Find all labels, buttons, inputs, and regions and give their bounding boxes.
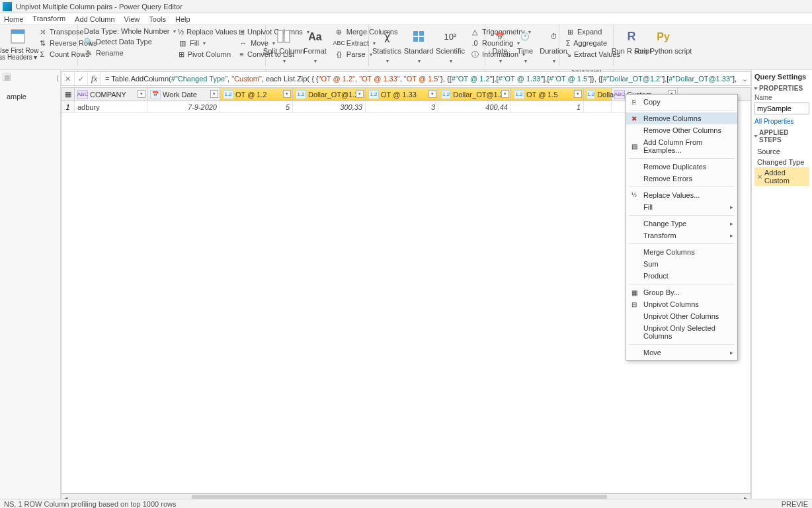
ctx-unpivot[interactable]: ⊟Unpivot Columns bbox=[626, 298, 737, 310]
cell-v5: 1 bbox=[511, 101, 584, 113]
time-button[interactable]: 🕐Time bbox=[514, 26, 536, 65]
menu-home[interactable]: Home bbox=[4, 15, 23, 23]
step-changed-type[interactable]: Changed Type bbox=[754, 157, 809, 167]
queries-pane: ⟨ ▦ ample bbox=[0, 70, 61, 499]
fx-icon[interactable]: fx bbox=[88, 72, 101, 85]
step-added-custom[interactable]: ✕Added Custom bbox=[754, 167, 809, 186]
qs-all-props-link[interactable]: All Properties bbox=[754, 118, 793, 125]
col-workdate[interactable]: 📅Work Date▾ bbox=[147, 88, 220, 101]
pivot-column-button[interactable]: ⊞Pivot Column bbox=[176, 49, 233, 60]
ribbon-group-table: Use First Rowas Headers ▾ ⤭Transpose ⇅Re… bbox=[0, 25, 78, 66]
app-icon bbox=[3, 2, 12, 11]
svg-rect-6 bbox=[413, 37, 418, 42]
col-ot133[interactable]: 1.2OT @ 1.33▾ bbox=[366, 88, 438, 101]
qs-title: Query Settings bbox=[754, 73, 809, 81]
ctx-product[interactable]: Product bbox=[626, 270, 737, 282]
ctx-sep3 bbox=[629, 187, 735, 187]
cell-v6 bbox=[584, 101, 612, 113]
qs-steps: Source Changed Type ✕Added Custom bbox=[754, 146, 809, 186]
date-button[interactable]: 📅Date bbox=[489, 26, 510, 65]
status-bar: NS, 1 ROW Column profiling based on top … bbox=[0, 499, 812, 508]
ctx-group[interactable]: ▦Group By... bbox=[626, 286, 737, 298]
fill-button[interactable]: ▥Fill bbox=[176, 38, 233, 48]
format-button[interactable]: AaFormat bbox=[302, 26, 329, 65]
ctx-sep4 bbox=[629, 215, 735, 216]
scientific-button[interactable]: 10²Scientific bbox=[436, 26, 464, 65]
col-company[interactable]: ABCCOMPANY▾ bbox=[75, 88, 147, 101]
gear-icon[interactable]: ✕ bbox=[757, 173, 762, 181]
aggregate-button[interactable]: ΣAggregate bbox=[563, 38, 609, 48]
ctx-fill[interactable]: Fill bbox=[626, 201, 737, 213]
cell-v4: 400,44 bbox=[438, 101, 511, 113]
ctx-move[interactable]: Move bbox=[626, 347, 737, 359]
run-python-button[interactable]: PyRun Python script bbox=[649, 26, 677, 56]
ctx-unpivot-sel[interactable]: Unpivot Only Selected Columns bbox=[626, 322, 737, 342]
ctx-remove-columns[interactable]: ✖Remove Columns bbox=[626, 112, 737, 124]
svg-rect-5 bbox=[419, 31, 424, 36]
ctx-sep6 bbox=[629, 284, 735, 284]
detect-data-type-button[interactable]: 🔍Detect Data Type bbox=[82, 36, 172, 47]
col-ot12[interactable]: 1.2OT @ 1.2▾ bbox=[220, 88, 293, 101]
step-source[interactable]: Source bbox=[754, 146, 809, 157]
menu-transform[interactable]: Transform bbox=[32, 15, 65, 24]
ctx-remove-err[interactable]: Remove Errors bbox=[626, 173, 737, 185]
ribbon-group-anycolumn: Data Type: Whole Number 🔍Detect Data Typ… bbox=[78, 25, 266, 66]
formula-accept-icon[interactable]: ✓ bbox=[75, 72, 88, 85]
qs-properties-label: PROPERTIES bbox=[754, 85, 809, 92]
ribbon-group-datetime: 📅Date 🕐Time ⏱Duration bbox=[485, 25, 559, 66]
ctx-transform[interactable]: Transform bbox=[626, 230, 737, 241]
formula-text[interactable]: = Table.AddColumn(#"Changed Type", "Cust… bbox=[101, 75, 739, 83]
rename-button[interactable]: ✎Rename bbox=[82, 48, 172, 58]
col-dollar133[interactable]: 1.2Dollar_OT@1.33▾ bbox=[438, 88, 511, 101]
ctx-replace[interactable]: ½Replace Values... bbox=[626, 189, 737, 201]
svg-rect-2 bbox=[278, 30, 283, 42]
context-menu: ⎘Copy ✖Remove Columns Remove Other Colum… bbox=[626, 94, 738, 360]
ctx-sep bbox=[629, 110, 735, 110]
col-dollar15[interactable]: 1.2Dollar_ bbox=[584, 88, 612, 101]
ctx-remove-dup[interactable]: Remove Duplicates bbox=[626, 161, 737, 173]
status-right: PREVIE bbox=[782, 500, 808, 508]
ctx-copy[interactable]: ⎘Copy bbox=[626, 96, 737, 108]
unpivot-icon: ⊟ bbox=[629, 300, 639, 309]
expand-button[interactable]: ⊞Expand bbox=[563, 26, 609, 37]
menu-view[interactable]: View bbox=[124, 15, 140, 23]
formula-expand-icon[interactable]: ⌄ bbox=[739, 75, 751, 83]
examples-icon: ▤ bbox=[629, 142, 639, 151]
ribbon-group-structured: ⊞Expand ΣAggregate ↘Extract Values bbox=[559, 25, 614, 66]
remove-icon: ✖ bbox=[629, 114, 639, 123]
svg-rect-7 bbox=[419, 37, 424, 42]
standard-button[interactable]: Standard bbox=[405, 26, 432, 65]
ctx-sum[interactable]: Sum bbox=[626, 258, 737, 270]
ribbon-group-scripts: RRun R script PyRun Python script bbox=[614, 25, 667, 66]
menu-help[interactable]: Help bbox=[175, 15, 190, 23]
formula-bar: ✕ ✓ fx = Table.AddColumn(#"Changed Type"… bbox=[61, 71, 751, 86]
qs-name-label: Name bbox=[754, 94, 809, 101]
formula-cancel-icon[interactable]: ✕ bbox=[61, 72, 75, 85]
qs-name-input[interactable] bbox=[754, 103, 809, 114]
collapse-queries-icon[interactable]: ⟨ bbox=[56, 74, 59, 83]
row-index: 1 bbox=[61, 101, 75, 113]
ctx-merge[interactable]: Merge Columns bbox=[626, 246, 737, 258]
cell-v2: 300,33 bbox=[293, 101, 366, 113]
use-first-row-button[interactable]: Use First Rowas Headers ▾ bbox=[4, 26, 32, 62]
ribbon-group-textcolumn: Split Column AaFormat ⊕Merge Columns ABC… bbox=[266, 25, 369, 66]
ctx-sep2 bbox=[629, 158, 735, 159]
data-type-button[interactable]: Data Type: Whole Number bbox=[82, 26, 172, 36]
rownum-header[interactable]: ▦ bbox=[61, 88, 75, 101]
statistics-button[interactable]: χ̄Statistics bbox=[373, 26, 401, 65]
query-settings-pane: Query Settings PROPERTIES Name All Prope… bbox=[751, 70, 812, 499]
ctx-add-examples[interactable]: ▤Add Column From Examples... bbox=[626, 136, 737, 156]
col-dollar12[interactable]: 1.2Dollar_OT@1.2▾ bbox=[293, 88, 366, 101]
query-item[interactable]: ample bbox=[0, 90, 60, 103]
menu-add-column[interactable]: Add Column bbox=[75, 15, 115, 23]
extract-values-button[interactable]: ↘Extract Values bbox=[563, 49, 609, 60]
menu-tools[interactable]: Tools bbox=[149, 15, 166, 23]
ctx-remove-other[interactable]: Remove Other Columns bbox=[626, 124, 737, 136]
svg-rect-4 bbox=[413, 31, 418, 36]
ctx-unpivot-other[interactable]: Unpivot Other Columns bbox=[626, 310, 737, 322]
col-ot15[interactable]: 1.2OT @ 1.5▾ bbox=[511, 88, 584, 101]
replace-values-button[interactable]: ½Replace Values bbox=[176, 26, 233, 37]
cell-date: 7-9-2020 bbox=[147, 101, 220, 113]
ctx-change-type[interactable]: Change Type bbox=[626, 218, 737, 230]
split-column-button[interactable]: Split Column bbox=[270, 26, 298, 65]
